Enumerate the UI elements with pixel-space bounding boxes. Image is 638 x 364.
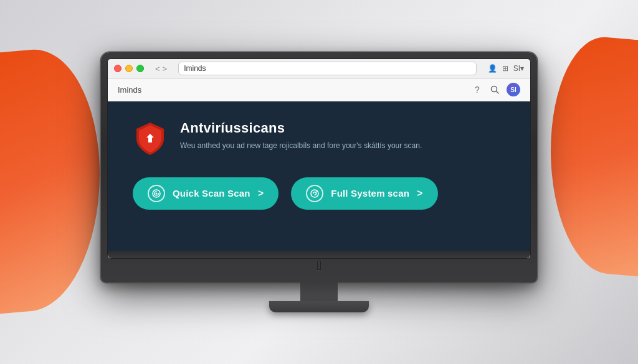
scan-buttons: Quick Scan Scan > Full System scan xyxy=(133,177,505,210)
shield-icon-wrapper xyxy=(133,120,168,155)
quick-scan-icon xyxy=(148,185,165,202)
quick-scan-label: Quick Scan Scan xyxy=(173,188,250,198)
minimize-button[interactable] xyxy=(125,65,133,72)
monitor-wrapper: < > Iminds 👤 ⊞ SI▾ Iminds ? xyxy=(101,52,537,312)
full-scan-label: Full System scan xyxy=(331,188,409,198)
screen: < > Iminds 👤 ⊞ SI▾ Iminds ? xyxy=(107,58,531,259)
svg-point-3 xyxy=(156,192,158,194)
titlebar: < > Iminds 👤 ⊞ SI▾ xyxy=(108,59,530,79)
help-icon[interactable]: ? xyxy=(472,84,483,95)
monitor-bezel: < > Iminds 👤 ⊞ SI▾ Iminds ? xyxy=(101,52,537,282)
browser-toolbar: Iminds ? SI xyxy=(108,79,530,101)
full-scan-arrow: > xyxy=(417,188,423,199)
app-title-section: Antviríussicans Weu anthed you ad new ta… xyxy=(180,120,422,151)
titlebar-actions: 👤 ⊞ SI▾ xyxy=(488,64,524,73)
search-icon[interactable] xyxy=(489,84,500,95)
maximize-button[interactable] xyxy=(136,65,144,72)
address-text: Iminds xyxy=(184,64,206,73)
monitor-bottom-bar xyxy=(108,251,530,258)
nav-buttons: < > xyxy=(155,64,167,73)
quick-scan-arrow: > xyxy=(258,188,264,199)
toolbar-icons: ? SI xyxy=(472,83,520,96)
traffic-lights xyxy=(114,65,144,72)
monitor-neck xyxy=(300,282,338,301)
address-bar[interactable]: Iminds xyxy=(178,62,476,75)
settings-label[interactable]: SI▾ xyxy=(513,64,524,73)
grid-icon[interactable]: ⊞ xyxy=(502,64,508,73)
user-avatar[interactable]: SI xyxy=(507,83,520,96)
svg-line-1 xyxy=(497,91,499,94)
full-scan-button[interactable]: Full System scan > xyxy=(291,177,437,210)
user-icon[interactable]: 👤 xyxy=(488,64,497,73)
quick-scan-button[interactable]: Quick Scan Scan > xyxy=(133,177,279,210)
back-button[interactable]: < xyxy=(155,64,160,73)
forward-button[interactable]: > xyxy=(163,64,168,73)
app-content: Antviríussicans Weu anthed you ad new ta… xyxy=(108,101,530,251)
monitor-base xyxy=(269,301,369,312)
app-subtitle: Weu anthed you ad new tage rojicalbíls a… xyxy=(180,140,422,151)
app-title: Antviríussicans xyxy=(180,120,422,136)
browser-logo: Iminds xyxy=(118,85,141,95)
app-header: Antviríussicans Weu anthed you ad new ta… xyxy=(133,120,505,155)
apple-logo:  xyxy=(107,259,531,273)
close-button[interactable] xyxy=(114,65,121,72)
full-scan-icon xyxy=(306,185,323,202)
